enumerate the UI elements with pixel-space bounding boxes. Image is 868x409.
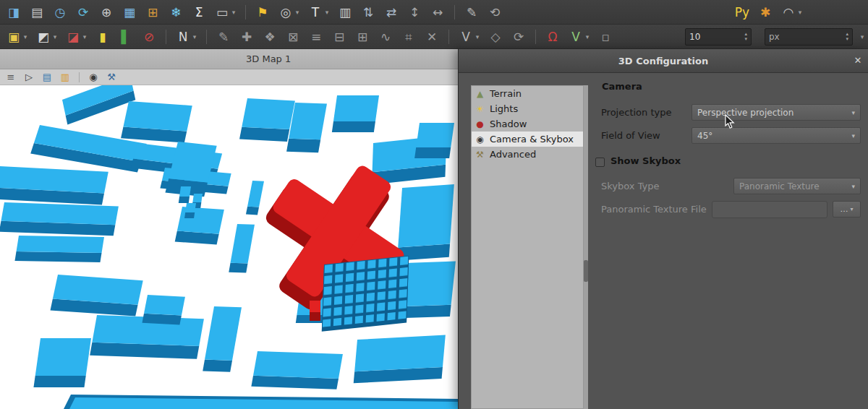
chevron-down-icon: ▾ xyxy=(850,206,853,212)
measure-caret-icon[interactable]: ▾ xyxy=(231,4,237,20)
field-of-view-combobox[interactable]: 45° ▾ xyxy=(692,127,861,144)
browse-file-button[interactable]: … ▾ xyxy=(833,201,861,218)
nav-item-label: Terrain xyxy=(490,88,522,99)
visibility-eye-icon[interactable]: ◉ xyxy=(88,72,99,83)
temporal-clock-icon[interactable]: ◷ xyxy=(52,4,68,20)
vertex-caret-icon[interactable]: ▾ xyxy=(475,29,480,45)
north-arrow-icon[interactable]: N xyxy=(175,29,191,45)
add-feature-icon[interactable]: ✚ xyxy=(239,29,255,45)
skybox-type-combobox[interactable]: Panoramic Texture ▾ xyxy=(733,178,861,194)
processing-snowflake-icon[interactable]: ❄ xyxy=(168,4,184,20)
north-caret-icon[interactable]: ▾ xyxy=(192,29,197,45)
toggle-editing-icon[interactable]: ✎ xyxy=(216,29,231,45)
attribute-table-icon[interactable]: ▦ xyxy=(122,4,137,20)
show-hide-labels-icon[interactable]: ↔ xyxy=(430,4,446,20)
show-skybox-checkbox[interactable] xyxy=(595,158,605,167)
vertex-tool-icon[interactable]: V xyxy=(458,29,474,45)
pin-label-icon[interactable]: ↕ xyxy=(407,4,422,20)
ground-strip xyxy=(64,395,458,409)
unit-down-icon[interactable]: ▾ xyxy=(846,37,848,42)
skybox-type-label: Skybox Type xyxy=(601,178,660,194)
symbology-caret-icon[interactable]: ▾ xyxy=(82,29,88,45)
toolbar-separator xyxy=(448,30,449,44)
delete-feature-icon[interactable]: ⊠ xyxy=(285,29,301,45)
edit-labels-icon[interactable]: ✎ xyxy=(464,4,480,20)
nav-item-camera-skybox[interactable]: ◉ Camera & Skybox xyxy=(472,132,583,147)
nav-item-terrain[interactable]: ▲ Terrain xyxy=(472,86,583,101)
tracing-icon[interactable]: V xyxy=(568,29,584,45)
nav-scrollbar-thumb[interactable] xyxy=(584,260,588,282)
toolbar-separator xyxy=(166,30,166,44)
dock-menu-icon[interactable]: ≡ xyxy=(5,72,17,83)
trace-icon[interactable]: ∿ xyxy=(378,29,393,45)
nav-item-advanced[interactable]: ⚒ Advanced xyxy=(472,147,583,162)
clear-symbol-icon[interactable]: ⊘ xyxy=(141,29,157,45)
map-panel-titlebar[interactable]: 3D Map 1 xyxy=(0,49,458,69)
dialog-titlebar[interactable]: 3D Configuration ✕ xyxy=(459,49,868,73)
grid-icon[interactable]: ⌗ xyxy=(401,29,417,45)
selection-tool-icon[interactable]: ▣ xyxy=(6,29,22,45)
tracing-caret-icon[interactable]: ▾ xyxy=(584,29,590,45)
nav-item-shadow[interactable]: ● Shadow xyxy=(472,116,583,132)
spin-down-icon[interactable]: ▾ xyxy=(744,37,747,42)
zoom-in-icon[interactable]: ⊕ xyxy=(98,4,114,20)
sync-icon[interactable]: ⟳ xyxy=(511,29,527,45)
labeling-icon[interactable]: ▥ xyxy=(337,4,353,20)
toolbar-separator xyxy=(206,30,207,44)
symbology-icon[interactable]: ◪ xyxy=(65,29,81,45)
move-feature-icon[interactable]: ❖ xyxy=(262,29,278,45)
panoramic-texture-file-input[interactable] xyxy=(712,201,827,218)
statistics-icon[interactable]: Σ xyxy=(191,4,207,20)
nav-item-lights[interactable]: ☀ Lights xyxy=(472,101,583,116)
scene-settings-icon[interactable]: ⚒ xyxy=(106,72,117,83)
projection-type-combobox[interactable]: Perspective projection ▾ xyxy=(692,104,861,121)
draw-arc-caret-icon[interactable]: ▾ xyxy=(797,4,803,20)
selection-caret-icon[interactable]: ▾ xyxy=(22,29,28,45)
attributes-icon[interactable]: ≡ xyxy=(308,29,324,45)
measure-icon[interactable]: ▭ xyxy=(214,4,230,20)
3d-map-viewport[interactable] xyxy=(0,85,458,409)
snapping-magnet-icon[interactable]: Ω xyxy=(545,29,561,45)
delete-part-icon[interactable]: ✕ xyxy=(424,29,440,45)
field-calculator-icon[interactable]: ⊞ xyxy=(145,4,161,20)
size-spinbox-value: 10 xyxy=(689,32,700,42)
plugin-icon[interactable]: ✱ xyxy=(757,4,773,20)
nav-scrollbar[interactable] xyxy=(584,85,588,409)
draw-arc-icon[interactable]: ◠ xyxy=(780,4,796,20)
save-scene-icon[interactable]: ▤ xyxy=(41,72,53,83)
camera-section-header: Camera xyxy=(602,81,642,92)
stroke-color-icon[interactable]: ▌ xyxy=(118,29,134,45)
unit-combobox[interactable]: px ▴▾ xyxy=(765,28,853,46)
annotation-caret-icon[interactable]: ▾ xyxy=(324,4,330,20)
layers-icon[interactable]: ◨ xyxy=(6,4,22,20)
show-skybox-label[interactable]: Show Skybox xyxy=(610,155,681,166)
dotted-square-icon[interactable]: ▫ xyxy=(597,29,613,45)
copy-features-icon[interactable]: ⊞ xyxy=(354,29,370,45)
toolbar-overflow-icon[interactable]: ▾ xyxy=(859,29,865,45)
small-red-building xyxy=(310,301,320,321)
label-move-icon[interactable]: ⇄ xyxy=(383,4,399,20)
export-scene-icon[interactable]: ▥ xyxy=(59,72,71,83)
text-annotation-icon[interactable]: T xyxy=(307,4,323,20)
label-align-icon[interactable]: ⇅ xyxy=(360,4,376,20)
zoom-caret-icon[interactable]: ▾ xyxy=(294,4,300,20)
projection-type-label: Projection type xyxy=(601,104,671,121)
map-tips-icon[interactable]: ⚑ xyxy=(255,4,271,20)
style-caret-icon[interactable]: ▾ xyxy=(52,29,58,45)
unit-arrows: ▴▾ xyxy=(846,32,848,42)
toolbar-separator xyxy=(245,5,246,20)
size-spinbox[interactable]: 10 ▴▾ xyxy=(685,28,752,46)
style-manager-icon[interactable]: ◩ xyxy=(35,29,51,45)
python-console-icon[interactable]: Py xyxy=(734,4,750,20)
nav-item-label: Camera & Skybox xyxy=(490,134,574,145)
camera-play-icon[interactable]: ▷ xyxy=(23,72,35,83)
cut-features-icon[interactable]: ⊟ xyxy=(331,29,347,45)
topology-icon[interactable]: ◇ xyxy=(488,29,503,45)
refresh-icon[interactable]: ⟳ xyxy=(75,4,91,20)
close-icon[interactable]: ✕ xyxy=(851,55,864,66)
zoom-tool-icon[interactable]: ◎ xyxy=(278,4,294,20)
rotate-label-icon[interactable]: ⟲ xyxy=(487,4,503,20)
fill-color-icon[interactable]: ▮ xyxy=(95,29,111,45)
main-toolbar-row-1: ◨▤◷⟳⊕▦⊞❄Σ▭▾⚑◎▾T▾▥⇅⇄↕↔✎⟲Py✱◠▾ xyxy=(0,0,868,25)
legend-icon[interactable]: ▤ xyxy=(29,4,45,20)
